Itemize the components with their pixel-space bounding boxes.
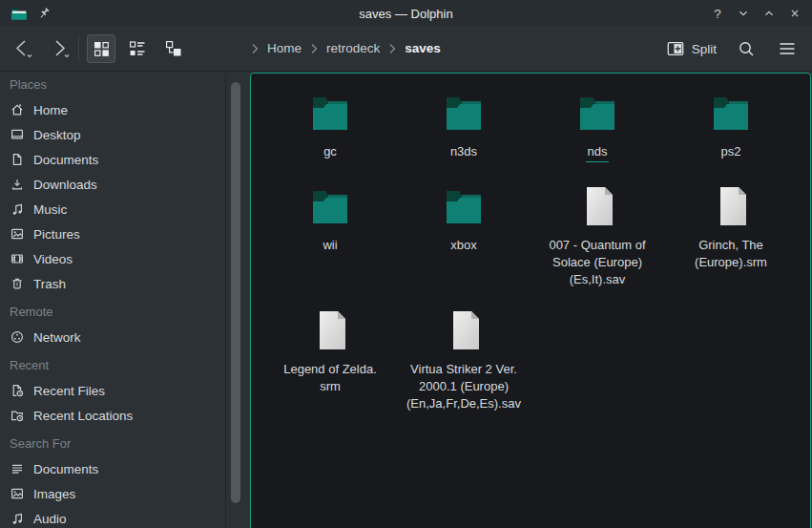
sidebar-item-label: Videos xyxy=(33,252,73,266)
item-label: wii xyxy=(323,237,337,254)
window-title: saves — Dolphin xyxy=(0,7,812,21)
sidebar-item-label: Desktop xyxy=(33,128,81,142)
folder-view[interactable]: gcn3dsndsps2wiixbox007 - Quantum ofSolac… xyxy=(250,73,811,528)
sidebar-item-label: Home xyxy=(33,103,68,117)
sidebar-item-pictures[interactable]: Pictures xyxy=(0,222,225,246)
folder-item-n3ds[interactable]: n3ds xyxy=(397,90,531,162)
search-button[interactable] xyxy=(735,34,758,63)
sidebar-item-desktop[interactable]: Desktop xyxy=(0,122,225,147)
titlebar: saves — Dolphin ? xyxy=(0,0,812,27)
details-view-button[interactable] xyxy=(159,34,188,63)
sidebar-item-trash[interactable]: Trash xyxy=(0,271,225,296)
folder-icon xyxy=(441,90,487,136)
folder-item-wii[interactable]: wii xyxy=(263,183,397,288)
file-item-grinch-the-europe-srm[interactable]: Grinch, The(Europe).srm xyxy=(664,183,798,288)
home-icon xyxy=(10,102,25,117)
folder-icon xyxy=(708,90,754,136)
icons-view-button[interactable] xyxy=(87,34,115,63)
video-icon xyxy=(10,251,25,266)
compact-view-button[interactable] xyxy=(123,34,152,63)
split-label: Split xyxy=(692,42,717,56)
sidebar-item-images[interactable]: Images xyxy=(0,481,225,506)
folder-item-gc[interactable]: gc xyxy=(263,90,397,162)
recent-locations-icon xyxy=(10,408,25,423)
sidebar-item-documents[interactable]: Documents xyxy=(0,147,225,172)
download-icon xyxy=(10,177,25,192)
folder-icon xyxy=(574,90,620,136)
split-icon xyxy=(666,39,685,58)
sidebar-item-label: Audio xyxy=(33,512,67,526)
desktop-icon xyxy=(10,127,25,142)
breadcrumb: Homeretrodecksaves xyxy=(251,27,441,70)
maximize-button[interactable] xyxy=(761,6,777,21)
sidebar-item-home[interactable]: Home xyxy=(0,97,225,122)
pin-icon[interactable] xyxy=(37,7,52,21)
folder-item-ps2[interactable]: ps2 xyxy=(664,90,798,162)
sidebar-item-recent-locations[interactable]: Recent Locations xyxy=(0,403,225,428)
back-button[interactable] xyxy=(10,34,38,63)
sidebar-section-recent: RecentRecent FilesRecent Locations xyxy=(0,353,225,428)
lines-icon xyxy=(10,461,25,476)
sidebar-item-label: Documents xyxy=(33,462,98,476)
help-button[interactable]: ? xyxy=(710,6,725,21)
sidebar-item-label: Downloads xyxy=(33,178,97,192)
image-icon xyxy=(10,226,25,242)
file-item-virtua-striker-2-ver-2000-1-europe-en-ja-fr-de-es-sav[interactable]: Virtua Striker 2 Ver.2000.1 (Europe)(En,… xyxy=(397,307,531,412)
item-label: gc xyxy=(323,143,337,160)
sidebar-item-network[interactable]: Network xyxy=(0,325,225,349)
item-label: Legend of Zelda.srm xyxy=(283,361,377,395)
sidebar-scrollbar[interactable] xyxy=(231,82,240,503)
music-icon xyxy=(10,201,25,217)
sidebar-section-remote: RemoteNetwork xyxy=(0,300,225,349)
sidebar-item-label: Music xyxy=(33,202,67,217)
sidebar-item-audio[interactable]: Audio xyxy=(0,506,225,528)
sidebar-section-header: Remote xyxy=(0,300,225,325)
sidebar-item-videos[interactable]: Videos xyxy=(0,246,225,271)
split-button[interactable]: Split xyxy=(666,39,717,58)
item-label: Grinch, The(Europe).srm xyxy=(695,237,767,271)
folder-item-xbox[interactable]: xbox xyxy=(397,183,531,288)
toolbar-separator xyxy=(78,36,79,61)
sidebar-item-label: Images xyxy=(33,487,75,501)
trash-icon xyxy=(10,276,25,291)
sidebar-section-places: PlacesHomeDesktopDocumentsDownloadsMusic… xyxy=(0,73,225,296)
network-icon xyxy=(10,329,25,345)
file-icon xyxy=(441,307,487,353)
folder-icon xyxy=(307,90,353,136)
breadcrumb-segment-home[interactable]: Home xyxy=(267,41,302,55)
sidebar-item-downloads[interactable]: Downloads xyxy=(0,172,225,197)
file-icon xyxy=(307,307,353,353)
folder-item-nds[interactable]: nds xyxy=(531,90,664,162)
grid-row: Legend of Zelda.srmVirtua Striker 2 Ver.… xyxy=(251,307,810,412)
sidebar-item-documents[interactable]: Documents xyxy=(0,456,225,481)
places-panel: PlacesHomeDesktopDocumentsDownloadsMusic… xyxy=(0,73,226,528)
forward-button[interactable] xyxy=(46,34,74,63)
hamburger-menu-button[interactable] xyxy=(776,34,799,63)
sidebar-item-music[interactable]: Music xyxy=(0,197,225,222)
file-item-007-quantum-of-solace-europe-es-it-sav[interactable]: 007 - Quantum ofSolace (Europe)(Es,It).s… xyxy=(531,183,664,288)
item-label: ps2 xyxy=(721,143,741,160)
grid-row: gcn3dsndsps2 xyxy=(251,90,810,162)
sidebar-item-label: Network xyxy=(33,330,81,345)
dolphin-folder-icon xyxy=(10,4,29,23)
file-icon xyxy=(708,183,754,229)
item-label: xbox xyxy=(450,237,476,254)
file-item-legend-of-zelda-srm[interactable]: Legend of Zelda.srm xyxy=(263,307,397,412)
file-icon xyxy=(574,183,620,229)
grid-row: wiixbox007 - Quantum ofSolace (Europe)(E… xyxy=(251,183,810,288)
breadcrumb-chevron-icon xyxy=(251,43,259,54)
window-controls: ? xyxy=(710,6,802,21)
close-button[interactable] xyxy=(787,6,802,21)
item-label: nds xyxy=(586,143,610,162)
sidebar-section-header: Places xyxy=(0,73,225,97)
music-icon xyxy=(10,511,25,526)
sidebar-item-label: Recent Locations xyxy=(33,409,133,423)
breadcrumb-segment-saves[interactable]: saves xyxy=(405,41,441,55)
sidebar-item-recent-files[interactable]: Recent Files xyxy=(0,378,225,403)
breadcrumb-segment-retrodeck[interactable]: retrodeck xyxy=(326,41,380,55)
minimize-button[interactable] xyxy=(736,6,751,21)
recent-files-icon xyxy=(10,383,25,398)
folder-icon xyxy=(307,183,353,229)
sidebar-section-header: Search For xyxy=(0,432,225,456)
sidebar-item-label: Trash xyxy=(33,277,66,291)
